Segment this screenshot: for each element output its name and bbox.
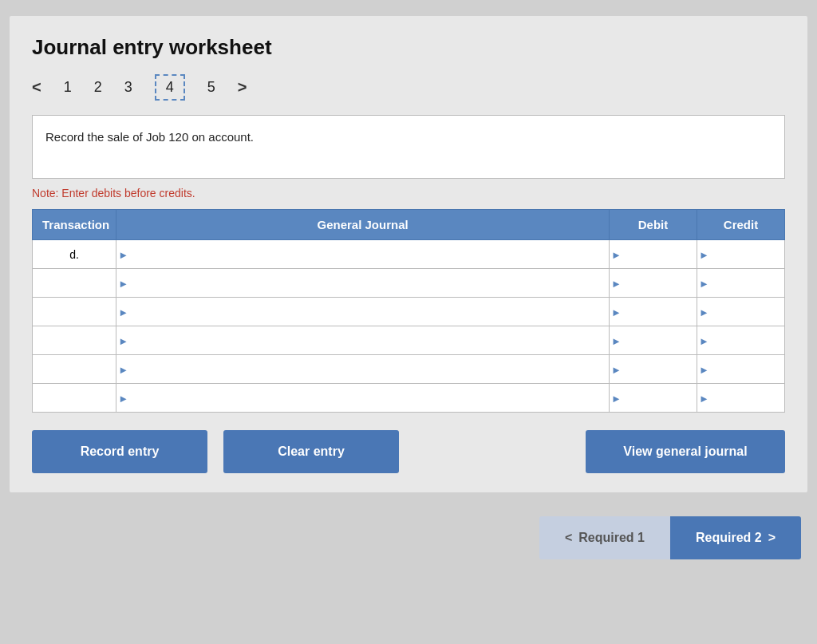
gj-cell-3[interactable]: ► [116, 326, 610, 355]
table-row: d. ► ► ► [33, 240, 785, 269]
credit-cell-3[interactable]: ► [697, 326, 785, 355]
required2-button[interactable]: Required 2 > [670, 516, 801, 559]
table-row: ► ► ► [33, 326, 785, 355]
transaction-cell-1 [33, 269, 116, 298]
view-general-journal-button[interactable]: View general journal [586, 430, 785, 473]
gj-input-0[interactable] [116, 240, 609, 268]
debit-cell-4[interactable]: ► [610, 355, 697, 384]
credit-input-3[interactable] [697, 326, 784, 354]
page-4[interactable]: 4 [155, 74, 185, 101]
journal-table: Transaction General Journal Debit Credit… [32, 209, 785, 413]
debit-input-1[interactable] [610, 269, 697, 297]
required2-next-icon: > [768, 531, 776, 545]
required2-label: Required 2 [696, 531, 762, 545]
transaction-cell-3 [33, 326, 116, 355]
button-row: Record entry Clear entry View general jo… [32, 430, 785, 473]
transaction-cell-0: d. [33, 240, 116, 269]
page-5[interactable]: 5 [207, 79, 215, 96]
debit-cell-1[interactable]: ► [610, 269, 697, 298]
transaction-cell-5 [33, 384, 116, 413]
gj-cell-4[interactable]: ► [116, 355, 610, 384]
credit-input-4[interactable] [697, 355, 784, 383]
gj-cell-0[interactable]: ► [116, 240, 610, 269]
credit-cell-4[interactable]: ► [697, 355, 785, 384]
gj-cell-1[interactable]: ► [116, 269, 610, 298]
credit-cell-5[interactable]: ► [697, 384, 785, 413]
next-arrow[interactable]: > [238, 78, 247, 97]
credit-cell-1[interactable]: ► [697, 269, 785, 298]
credit-cell-2[interactable]: ► [697, 298, 785, 326]
table-row: ► ► ► [33, 384, 785, 413]
col-header-gj: General Journal [116, 210, 610, 240]
table-row: ► ► ► [33, 269, 785, 298]
gj-input-3[interactable] [116, 326, 609, 354]
debit-input-0[interactable] [610, 240, 697, 268]
page-2[interactable]: 2 [94, 79, 102, 96]
record-entry-button[interactable]: Record entry [32, 430, 207, 473]
debit-input-5[interactable] [610, 384, 697, 412]
gj-input-4[interactable] [116, 355, 609, 383]
gj-input-1[interactable] [116, 269, 609, 297]
debit-input-3[interactable] [610, 326, 697, 354]
credit-cell-0[interactable]: ► [697, 240, 785, 269]
bottom-nav: < Required 1 Required 2 > [0, 492, 817, 559]
required1-button[interactable]: < Required 1 [539, 516, 670, 559]
debit-cell-5[interactable]: ► [610, 384, 697, 413]
transaction-cell-4 [33, 355, 116, 384]
col-header-debit: Debit [610, 210, 697, 240]
clear-entry-button[interactable]: Clear entry [223, 430, 399, 473]
main-panel: Journal entry worksheet < 1 2 3 4 5 > Re… [10, 16, 807, 492]
gj-input-2[interactable] [116, 298, 609, 326]
col-header-transaction: Transaction [33, 210, 116, 240]
pagination: < 1 2 3 4 5 > [32, 74, 785, 101]
debit-cell-0[interactable]: ► [610, 240, 697, 269]
required1-prev-icon: < [565, 531, 572, 545]
gj-input-5[interactable] [116, 384, 609, 412]
debit-input-4[interactable] [610, 355, 697, 383]
credit-input-1[interactable] [697, 269, 784, 297]
debit-input-2[interactable] [610, 298, 697, 326]
credit-input-0[interactable] [697, 240, 784, 268]
gj-cell-5[interactable]: ► [116, 384, 610, 413]
col-header-credit: Credit [697, 210, 785, 240]
credit-input-5[interactable] [697, 384, 784, 412]
page-wrapper: Journal entry worksheet < 1 2 3 4 5 > Re… [0, 0, 817, 644]
debit-cell-2[interactable]: ► [610, 298, 697, 326]
page-3[interactable]: 3 [124, 79, 132, 96]
prev-arrow[interactable]: < [32, 78, 41, 97]
credit-input-2[interactable] [697, 298, 784, 326]
gj-cell-2[interactable]: ► [116, 298, 610, 326]
page-1[interactable]: 1 [64, 79, 72, 96]
note-text: Note: Enter debits before credits. [32, 187, 785, 200]
table-row: ► ► ► [33, 298, 785, 326]
required1-label: Required 1 [578, 531, 645, 545]
page-title: Journal entry worksheet [32, 35, 785, 60]
debit-cell-3[interactable]: ► [610, 326, 697, 355]
description-box: Record the sale of Job 120 on account. [32, 115, 785, 179]
transaction-cell-2 [33, 298, 116, 326]
description-text: Record the sale of Job 120 on account. [45, 130, 254, 144]
table-row: ► ► ► [33, 355, 785, 384]
